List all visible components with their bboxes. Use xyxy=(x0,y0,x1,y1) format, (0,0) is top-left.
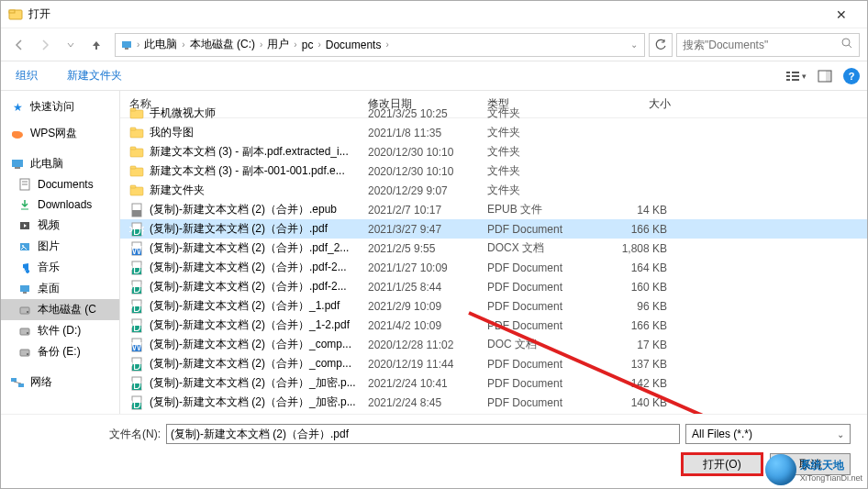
preview-pane-button[interactable] xyxy=(814,67,836,85)
network-icon xyxy=(10,375,25,390)
file-name: (复制)-新建文本文档 (2)（合并）_1-2.pdf xyxy=(150,317,368,333)
filename-input[interactable] xyxy=(166,424,680,444)
file-type: PDF Document xyxy=(487,377,597,390)
file-row[interactable]: PDF(复制)-新建文本文档 (2)（合并）_1-2.pdf2021/4/2 1… xyxy=(120,316,867,335)
file-type: PDF Document xyxy=(487,358,597,371)
file-type-filter[interactable]: All Files (*.*) ⌄ xyxy=(685,424,851,444)
history-dropdown[interactable] xyxy=(60,34,82,56)
sidebar-this-pc[interactable]: 此电脑 xyxy=(1,153,119,174)
file-icon xyxy=(129,183,144,198)
svg-rect-9 xyxy=(792,72,799,73)
file-row[interactable]: 新建文本文档 (3) - 副本.pdf.extracted_i...2020/1… xyxy=(120,142,867,161)
sidebar-item[interactable]: 音乐 xyxy=(1,257,119,278)
file-icon: W xyxy=(129,338,144,352)
file-row[interactable]: W(复制)-新建文本文档 (2)（合并）.pdf_2...2021/2/5 9:… xyxy=(120,239,867,258)
svg-rect-8 xyxy=(786,79,790,81)
help-button[interactable]: ? xyxy=(843,68,860,84)
breadcrumb-item[interactable]: pc xyxy=(300,39,316,51)
sidebar-item[interactable]: 软件 (D:) xyxy=(1,320,119,341)
breadcrumb-item[interactable]: Documents xyxy=(324,39,384,51)
svg-rect-29 xyxy=(20,328,29,335)
svg-point-4 xyxy=(842,39,850,46)
sidebar-quick-access[interactable]: ★ 快速访问 xyxy=(1,96,119,117)
file-date: 2020/12/19 11:44 xyxy=(368,358,487,371)
file-row[interactable]: PDF(复制)-新建文本文档 (2)（合并）.pdf-2...2021/1/27… xyxy=(120,258,867,277)
sidebar-item[interactable]: 桌面 xyxy=(1,278,119,299)
file-row[interactable]: 我的导图2021/1/8 11:35文件夹 xyxy=(120,123,867,142)
file-row[interactable]: PDF(复制)-新建文本文档 (2)（合并）.pdf-2...2021/1/25… xyxy=(120,277,867,296)
music-icon xyxy=(17,261,32,275)
svg-text:PDF: PDF xyxy=(129,302,144,314)
file-row[interactable]: PDF(复制)-新建文本文档 (2)（合并）_加密.p...2021/2/24 … xyxy=(120,393,867,412)
titlebar: 打开 ✕ xyxy=(1,1,867,28)
file-row[interactable]: PDF(复制)-新建文本文档 (2)（合并）_加密.p...2021/2/24 … xyxy=(120,373,867,393)
up-button[interactable] xyxy=(85,34,107,56)
file-size: 164 KB xyxy=(597,261,667,274)
file-date: 2021/1/8 11:35 xyxy=(368,127,487,139)
file-date: 2021/2/9 10:09 xyxy=(368,300,487,313)
breadcrumb-item[interactable]: 此电脑 xyxy=(142,37,179,52)
refresh-button[interactable] xyxy=(649,33,673,57)
view-options-button[interactable]: ▾ xyxy=(785,67,807,85)
file-row[interactable]: W(复制)-新建文本文档 (2)（合并）_comp...2020/12/28 1… xyxy=(120,335,867,354)
svg-rect-43 xyxy=(130,168,143,176)
file-row[interactable]: PDF(复制)-新建文本文档 (2)（合并）_1.pdf2021/2/9 10:… xyxy=(120,296,867,316)
file-type: PDF Document xyxy=(487,319,597,332)
file-row[interactable]: 新建文本文档 (3) - 副本-001-001.pdf.e...2020/12/… xyxy=(120,161,867,181)
svg-rect-1 xyxy=(9,10,15,13)
organize-menu[interactable]: 组织 xyxy=(8,64,45,87)
sidebar-item[interactable]: 图片 xyxy=(1,236,119,257)
chevron-down-icon[interactable]: ⌄ xyxy=(628,39,640,50)
sidebar-network[interactable]: 网络 xyxy=(1,372,119,393)
sidebar-item[interactable]: Documents xyxy=(1,174,119,194)
svg-text:W: W xyxy=(131,340,142,352)
sidebar-item[interactable]: 本地磁盘 (C xyxy=(1,299,119,320)
file-icon: PDF xyxy=(129,318,144,333)
file-type: PDF Document xyxy=(487,281,597,294)
svg-rect-11 xyxy=(792,79,799,81)
forward-button[interactable] xyxy=(34,34,56,56)
file-type: 文件夹 xyxy=(487,125,597,140)
file-size: 140 KB xyxy=(597,396,667,409)
sidebar-item[interactable]: 视频 xyxy=(1,215,119,236)
svg-text:PDF: PDF xyxy=(129,263,144,275)
file-row[interactable]: (复制)-新建文本文档 (2)（合并）.epub2021/2/7 10:17EP… xyxy=(120,200,867,219)
image-icon xyxy=(17,239,32,254)
search-box[interactable] xyxy=(676,33,860,57)
file-row[interactable]: PDF(复制)-新建文本文档 (2)（合并）.pdf2021/3/27 9:47… xyxy=(120,219,867,239)
breadcrumb[interactable]: › 此电脑 › 本地磁盘 (C:) › 用户 › pc › Documents … xyxy=(115,33,645,57)
pc-icon xyxy=(119,38,134,52)
svg-rect-48 xyxy=(132,210,141,217)
file-type: PDF Document xyxy=(487,223,597,236)
sidebar-wps[interactable]: WPS网盘 xyxy=(1,123,119,144)
sidebar-item-label: Documents xyxy=(38,178,94,191)
new-folder-button[interactable]: 新建文件夹 xyxy=(60,64,129,87)
svg-rect-33 xyxy=(11,378,17,382)
file-date: 2020/12/30 10:10 xyxy=(368,165,487,178)
file-row[interactable]: PDF(复制)-新建文本文档 (2)（合并）_comp...2020/12/19… xyxy=(120,354,867,373)
file-name: 手机微视大师 xyxy=(150,106,368,121)
back-button[interactable] xyxy=(8,34,30,56)
chevron-down-icon: ⌄ xyxy=(837,429,844,439)
file-type: 文件夹 xyxy=(487,183,597,198)
file-size: 160 KB xyxy=(597,281,667,294)
open-button[interactable]: 打开(O) xyxy=(682,453,762,475)
file-name: (复制)-新建文本文档 (2)（合并）.pdf-2... xyxy=(150,279,368,295)
disk-icon xyxy=(17,324,32,339)
file-type: 文件夹 xyxy=(487,106,597,121)
svg-rect-46 xyxy=(130,185,136,188)
sidebar-item[interactable]: 备份 (E:) xyxy=(1,341,119,362)
close-button[interactable]: ✕ xyxy=(823,7,860,22)
file-rows[interactable]: 手机微视大师2021/3/25 10:25文件夹我的导图2021/1/8 11:… xyxy=(120,102,867,414)
file-row[interactable]: 新建文件夹2020/12/29 9:07文件夹 xyxy=(120,181,867,200)
breadcrumb-item[interactable]: 用户 xyxy=(265,37,291,52)
file-icon: PDF xyxy=(129,280,144,295)
breadcrumb-item[interactable]: 本地磁盘 (C:) xyxy=(188,37,257,52)
sidebar-item[interactable]: Downloads xyxy=(1,194,119,215)
file-date: 2021/2/24 8:45 xyxy=(368,396,487,409)
file-size: 1,808 KB xyxy=(597,242,667,255)
file-row[interactable]: 手机微视大师2021/3/25 10:25文件夹 xyxy=(120,104,867,123)
search-input[interactable] xyxy=(683,39,840,51)
file-icon xyxy=(129,145,144,160)
file-date: 2020/12/28 11:02 xyxy=(368,339,487,351)
